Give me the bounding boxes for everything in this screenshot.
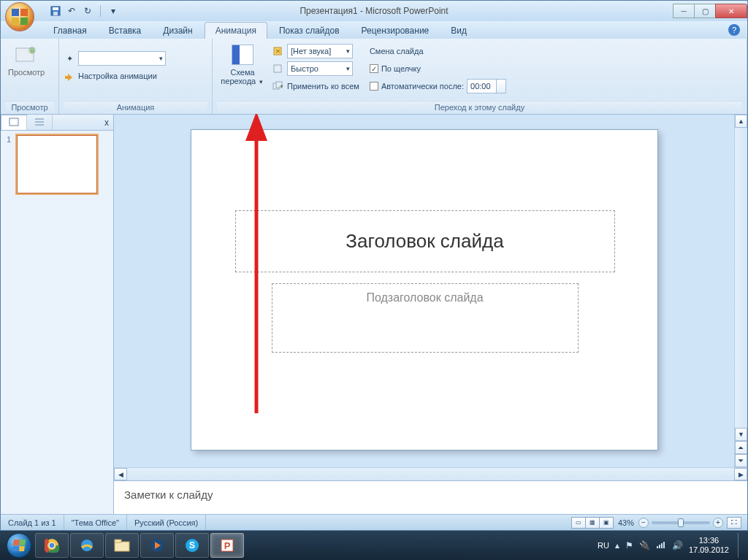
slides-tab[interactable]: [1, 115, 27, 130]
transition-sound-dropdown[interactable]: [Нет звука]: [287, 44, 353, 58]
animate-dropdown[interactable]: ✦: [64, 50, 166, 66]
tray-clock[interactable]: 13:36 17.09.2012: [689, 536, 732, 555]
next-slide-icon[interactable]: ⏷: [735, 454, 747, 467]
zoom-in-button[interactable]: +: [713, 518, 723, 528]
tray-show-hidden-icon[interactable]: ▴: [615, 540, 619, 551]
taskbar-explorer[interactable]: [105, 533, 139, 558]
preview-icon: [15, 43, 38, 66]
apply-to-all-button[interactable]: Применить ко всем: [272, 78, 359, 94]
taskbar-ie[interactable]: [70, 533, 104, 558]
tray-network-icon[interactable]: [656, 540, 666, 551]
on-click-checkbox[interactable]: ✓: [370, 64, 378, 73]
auto-after-time-input[interactable]: 00:00: [467, 79, 506, 93]
sound-icon: [272, 45, 284, 57]
tab-animation[interactable]: Анимация: [205, 22, 267, 39]
scroll-left-icon[interactable]: ◀: [114, 468, 127, 480]
on-click-label: По щелчку: [381, 64, 421, 73]
svg-rect-8: [276, 82, 282, 88]
auto-after-checkbox[interactable]: [370, 82, 378, 91]
sorter-view-button[interactable]: ▦: [585, 517, 600, 529]
svg-rect-9: [9, 118, 18, 126]
scroll-right-icon[interactable]: ▶: [734, 468, 747, 480]
tray-date: 17.09.2012: [689, 545, 729, 555]
start-button[interactable]: [4, 531, 34, 560]
tray-power-icon[interactable]: 🔌: [639, 540, 650, 551]
system-tray: RU ▴ ⚑ 🔌 🔊 13:36 17.09.2012: [598, 533, 744, 558]
help-icon[interactable]: ?: [728, 24, 740, 36]
taskbar-mediaplayer[interactable]: [140, 533, 174, 558]
office-button[interactable]: [5, 2, 34, 31]
qat-customize-icon[interactable]: ▾: [107, 4, 120, 18]
taskbar: S P RU ▴ ⚑ 🔌 🔊 13:36 17.09.2012: [0, 531, 748, 560]
preview-label: Просмотр: [8, 68, 45, 77]
svg-rect-2: [53, 12, 58, 15]
tab-view[interactable]: Вид: [440, 23, 477, 39]
scroll-down-icon[interactable]: ▼: [735, 428, 747, 441]
save-icon[interactable]: [49, 4, 62, 18]
taskbar-powerpoint[interactable]: P: [210, 533, 244, 558]
window-title: Презентация1 - Microsoft PowerPoint: [299, 6, 448, 16]
scheme-l1: Схема: [221, 68, 264, 77]
minimize-button[interactable]: ─: [673, 4, 695, 18]
slideshow-view-button[interactable]: ▣: [599, 517, 614, 529]
group-transition-label: Переход к этому слайду: [217, 101, 742, 114]
scroll-up-icon[interactable]: ▲: [735, 115, 747, 128]
normal-view-button[interactable]: ▭: [571, 517, 586, 529]
tab-design[interactable]: Дизайн: [153, 23, 202, 39]
prev-slide-icon[interactable]: ⏶: [735, 441, 747, 454]
ribbon-tabs: Главная Вставка Дизайн Анимация Показ сл…: [1, 21, 747, 39]
svg-text:S: S: [189, 540, 195, 551]
tray-time: 13:36: [689, 536, 729, 545]
vertical-scrollbar[interactable]: ▲ ▼ ⏶ ⏷: [734, 115, 747, 467]
maximize-button[interactable]: ▢: [694, 4, 716, 18]
transition-speed-dropdown[interactable]: Быстро: [287, 61, 353, 76]
svg-rect-24: [657, 546, 658, 548]
slides-outline-pane: x 1: [1, 115, 114, 514]
tab-home[interactable]: Главная: [43, 23, 97, 39]
taskbar-skype[interactable]: S: [175, 533, 209, 558]
tray-volume-icon[interactable]: 🔊: [672, 540, 683, 551]
transition-scheme-icon: [231, 43, 254, 66]
title-placeholder[interactable]: Заголовок слайда: [235, 210, 615, 272]
svg-rect-17: [115, 542, 129, 551]
apply-all-icon: [272, 80, 284, 92]
close-button[interactable]: ✕: [715, 4, 747, 18]
subtitle-placeholder[interactable]: Подзаголовок слайда: [272, 283, 579, 353]
zoom-percent[interactable]: 43%: [618, 518, 634, 527]
outline-tab[interactable]: [27, 115, 53, 130]
speed-icon: [272, 63, 284, 74]
repeat-icon[interactable]: ↻: [81, 4, 94, 18]
slide[interactable]: Заголовок слайда Подзаголовок слайда: [191, 129, 658, 450]
taskbar-chrome[interactable]: [35, 533, 69, 558]
svg-rect-6: [274, 65, 281, 72]
slide-canvas[interactable]: Заголовок слайда Подзаголовок слайда: [114, 115, 734, 467]
tray-flag-icon[interactable]: ⚑: [625, 540, 633, 551]
svg-rect-18: [115, 540, 121, 542]
tray-language[interactable]: RU: [598, 541, 609, 550]
notes-pane[interactable]: Заметки к слайду: [114, 480, 747, 514]
zoom-out-button[interactable]: −: [638, 518, 649, 528]
tab-review[interactable]: Рецензирование: [351, 23, 440, 39]
horizontal-scrollbar[interactable]: ◀ ▶: [114, 467, 747, 480]
undo-icon[interactable]: ↶: [65, 4, 78, 18]
tab-slideshow[interactable]: Показ слайдов: [269, 23, 350, 39]
svg-text:P: P: [224, 540, 231, 551]
close-pane-button[interactable]: x: [100, 118, 113, 128]
custom-animation-icon: [64, 70, 75, 82]
view-buttons: ▭ ▦ ▣: [572, 517, 614, 529]
status-language[interactable]: Русский (Россия): [127, 515, 206, 530]
tab-insert[interactable]: Вставка: [99, 23, 152, 39]
custom-animation-button[interactable]: Настройка анимации: [64, 68, 166, 84]
preview-button[interactable]: Просмотр: [5, 42, 47, 78]
custom-animation-label: Настройка анимации: [78, 72, 157, 80]
slide-thumbnail-1[interactable]: [17, 135, 97, 193]
svg-rect-25: [659, 545, 660, 548]
zoom-slider[interactable]: − +: [638, 518, 723, 528]
status-slide: Слайд 1 из 1: [1, 515, 64, 530]
powerpoint-window: ↶ ↻ ▾ Презентация1 - Microsoft PowerPoin…: [0, 0, 748, 531]
show-desktop-button[interactable]: [738, 533, 744, 558]
transition-scheme-button[interactable]: Схема перехода ▾: [217, 42, 268, 87]
fit-to-window-button[interactable]: ⛶: [727, 517, 741, 529]
group-animation-label: Анимация: [64, 101, 207, 114]
svg-rect-27: [663, 542, 665, 548]
